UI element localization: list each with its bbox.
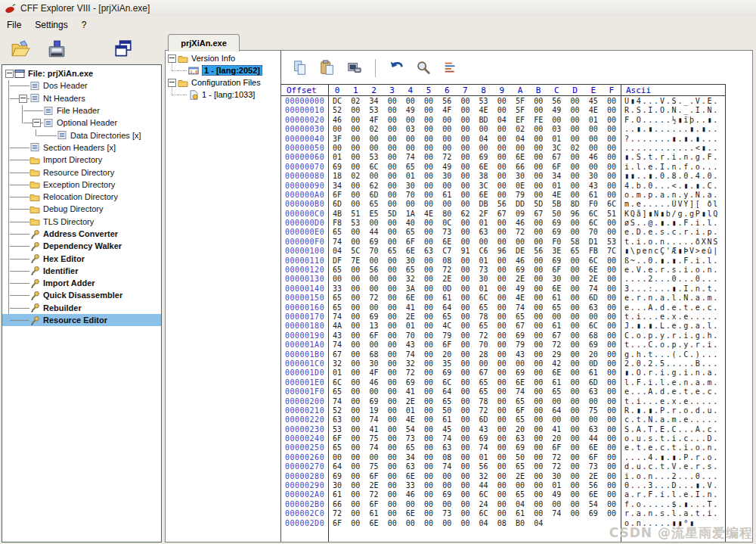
byte[interactable]: 00	[346, 359, 364, 368]
byte[interactable]: 5C	[346, 247, 364, 256]
byte[interactable]: 00	[511, 359, 529, 368]
byte[interactable]: 0D	[438, 284, 456, 294]
byte[interactable]: 63	[475, 228, 493, 237]
hex-row-00000080[interactable]: 0000008018020000010030003800300034003000…	[281, 172, 726, 181]
hex-row-00000130[interactable]: 000001300000000032002E0030002E0030002E00…	[281, 275, 726, 284]
byte[interactable]: 00	[456, 378, 474, 387]
byte[interactable]: 00	[493, 294, 511, 303]
byte[interactable]: 04	[475, 519, 493, 528]
byte[interactable]: 00	[456, 509, 474, 518]
byte[interactable]: 40	[401, 219, 420, 228]
byte[interactable]: 00	[565, 443, 584, 452]
resource-item-1-lang-2052[interactable]: 1.01 - [lang:2052]	[166, 64, 280, 76]
byte[interactable]: 04	[529, 519, 547, 528]
byte[interactable]: 00	[584, 415, 603, 424]
tree-item-debug-directory[interactable]: Debug Directory	[2, 203, 161, 215]
byte[interactable]: 00	[565, 294, 584, 303]
hex-row-000000A0[interactable]: 000000A06F006D00700061006E0079004E006100…	[281, 191, 726, 200]
resource-item-version-info[interactable]: Version Info	[166, 52, 280, 64]
byte[interactable]: 00	[565, 378, 584, 387]
byte[interactable]: 54	[401, 425, 420, 434]
tree-item-file-header[interactable]: File Header	[2, 104, 161, 117]
byte[interactable]: 00	[420, 434, 438, 443]
search-icon[interactable]	[415, 60, 432, 76]
menu-file[interactable]: File	[0, 17, 28, 33]
byte[interactable]: 65	[511, 462, 529, 471]
byte[interactable]: 00	[493, 359, 511, 368]
byte[interactable]: 8D	[565, 200, 584, 209]
byte[interactable]: 00	[420, 387, 438, 396]
byte[interactable]: 00	[493, 191, 511, 200]
byte[interactable]: 74	[328, 238, 346, 247]
byte[interactable]: 00	[565, 359, 584, 368]
byte[interactable]: 43	[401, 340, 420, 350]
byte[interactable]: 63	[420, 247, 438, 256]
hex-row-00000020[interactable]: 0000002046004F0000000000BD04EFFE00000100…	[281, 116, 726, 125]
byte[interactable]: 69	[401, 378, 420, 387]
byte[interactable]: 70	[475, 340, 493, 350]
byte[interactable]: 65	[401, 228, 420, 237]
byte[interactable]: 00	[603, 182, 621, 191]
byte[interactable]: 02	[346, 97, 364, 106]
byte[interactable]: 04	[511, 500, 529, 509]
byte[interactable]: 00	[529, 182, 547, 191]
byte[interactable]: 00	[603, 406, 621, 415]
byte[interactable]: 00	[420, 125, 438, 134]
byte[interactable]: 6E	[547, 368, 565, 378]
byte[interactable]: 00	[420, 453, 438, 462]
byte[interactable]: 00	[346, 312, 364, 322]
byte[interactable]: 00	[493, 509, 511, 518]
byte[interactable]: 6F	[547, 266, 565, 275]
byte[interactable]: 00	[603, 322, 621, 331]
byte[interactable]: 00	[420, 172, 438, 181]
byte[interactable]: 69	[475, 434, 493, 443]
byte[interactable]: 00	[383, 322, 401, 331]
hex-row-000001B0[interactable]: 000001B067006800740020002800430029002000…	[281, 350, 726, 359]
byte[interactable]: 6F	[328, 191, 346, 200]
byte[interactable]: 65	[328, 303, 346, 312]
byte[interactable]: 6F	[364, 472, 383, 481]
byte[interactable]: 69	[438, 368, 456, 378]
byte[interactable]: 00	[565, 509, 584, 518]
byte[interactable]: 28	[475, 350, 493, 359]
byte[interactable]: 00	[493, 275, 511, 284]
byte[interactable]: 68	[364, 350, 383, 359]
byte[interactable]: 00	[565, 368, 584, 378]
byte[interactable]: 00	[420, 153, 438, 162]
byte[interactable]: 00	[493, 368, 511, 378]
byte[interactable]: 72	[364, 294, 383, 303]
byte[interactable]: 6F	[364, 331, 383, 340]
byte[interactable]: 69	[584, 340, 603, 350]
byte[interactable]: 00	[383, 97, 401, 106]
byte[interactable]: 00	[493, 256, 511, 266]
byte[interactable]: 00	[438, 481, 456, 490]
byte[interactable]: 00	[603, 397, 621, 406]
byte[interactable]: 00	[383, 425, 401, 434]
tab-prjxian-exe[interactable]: prjXiAn.exe	[168, 34, 240, 51]
byte[interactable]: 00	[456, 368, 474, 378]
byte[interactable]: 00	[438, 182, 456, 191]
byte[interactable]: 61	[547, 322, 565, 331]
byte[interactable]: 00	[346, 331, 364, 340]
byte[interactable]: 00	[456, 266, 474, 275]
goto-offset-icon[interactable]	[388, 60, 404, 76]
byte[interactable]: 69	[364, 312, 383, 322]
byte[interactable]: 2E	[511, 275, 529, 284]
byte[interactable]: 00	[603, 368, 621, 378]
byte[interactable]: 00	[565, 284, 584, 294]
hex-row-000002C0[interactable]: 000002C0720061006E0073006C00610074006900…	[281, 509, 726, 518]
byte[interactable]: 00	[420, 406, 438, 415]
byte[interactable]: BD	[475, 116, 493, 125]
byte[interactable]: 01	[475, 453, 493, 462]
byte[interactable]: 51	[603, 210, 621, 219]
byte[interactable]: 00	[603, 275, 621, 284]
byte[interactable]: 00	[346, 443, 364, 452]
byte[interactable]: 64	[438, 303, 456, 312]
byte[interactable]: 69	[475, 153, 493, 162]
byte[interactable]: 6E	[547, 284, 565, 294]
byte[interactable]: 00	[346, 472, 364, 481]
byte[interactable]: 46	[401, 490, 420, 499]
hex-row-000000F0[interactable]: 000000F0740069006F006E0000000000F058D153…	[281, 238, 726, 247]
byte[interactable]: 00	[493, 378, 511, 387]
byte[interactable]: 65	[328, 387, 346, 396]
